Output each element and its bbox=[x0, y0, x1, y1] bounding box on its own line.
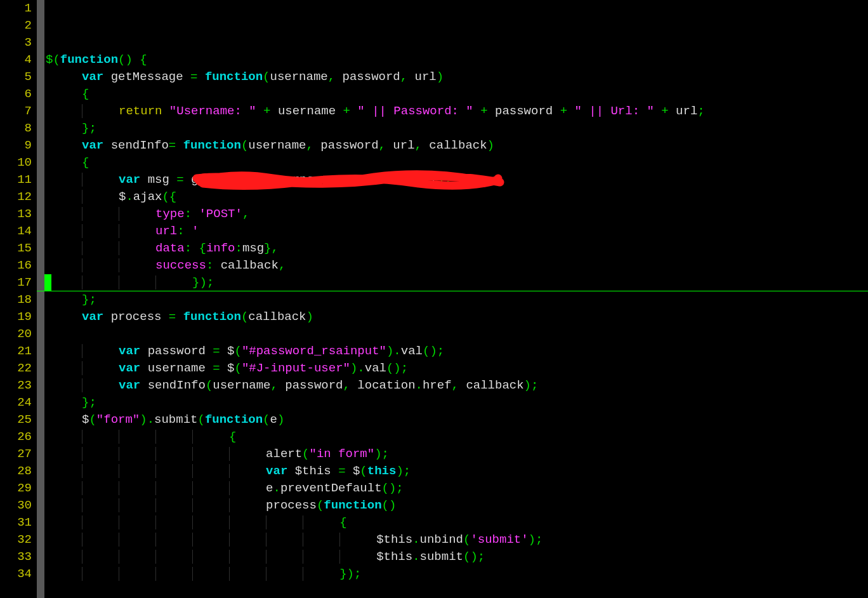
code-line[interactable]: alert("in form"); bbox=[46, 446, 868, 463]
code-line[interactable]: var sendInfo= function(username, passwor… bbox=[46, 137, 868, 154]
line-number: 23 bbox=[0, 377, 32, 394]
code-line[interactable]: }); bbox=[46, 274, 868, 291]
code-line[interactable]: return "Username: " + username + " || Pa… bbox=[46, 103, 868, 120]
code-line[interactable]: type: 'POST', bbox=[46, 206, 868, 223]
code-line[interactable]: var password = $("#password_rsainput").v… bbox=[46, 343, 868, 360]
line-number: 28 bbox=[0, 463, 32, 480]
line-number: 1 bbox=[0, 0, 32, 17]
code-line[interactable]: var $this = $(this); bbox=[46, 463, 868, 480]
code-line[interactable]: $this.submit(); bbox=[46, 548, 868, 566]
code-line[interactable]: { bbox=[46, 154, 868, 171]
code-line[interactable] bbox=[46, 583, 868, 598]
code-line[interactable]: $this.unbind('submit'); bbox=[46, 531, 868, 548]
code-line[interactable]: var msg = getMessage(username, password,… bbox=[46, 171, 868, 189]
line-number: 30 bbox=[0, 497, 32, 514]
line-number: 34 bbox=[0, 566, 32, 583]
code-line[interactable]: var sendInfo(username, password, locatio… bbox=[46, 377, 868, 394]
line-number: 21 bbox=[0, 343, 32, 360]
code-line[interactable]: var getMessage = function(username, pass… bbox=[46, 69, 868, 86]
line-number: 20 bbox=[0, 326, 32, 343]
line-number: 17 bbox=[0, 274, 32, 291]
code-line[interactable]: $(function() { bbox=[46, 51, 868, 69]
line-number: 29 bbox=[0, 480, 32, 497]
code-line[interactable] bbox=[46, 326, 868, 343]
code-line[interactable]: data: {info:msg}, bbox=[46, 240, 868, 257]
line-number: 24 bbox=[0, 394, 32, 411]
code-line[interactable]: { bbox=[46, 429, 868, 446]
code-line[interactable]: url: ' bbox=[46, 223, 868, 240]
line-number-gutter: 1234567891011121314151617181920212223242… bbox=[0, 0, 37, 598]
line-number: 26 bbox=[0, 429, 32, 446]
code-line[interactable]: }); bbox=[46, 566, 868, 583]
line-number: 2 bbox=[0, 17, 32, 34]
line-number: 16 bbox=[0, 257, 32, 274]
line-number: 25 bbox=[0, 411, 32, 429]
line-number: 22 bbox=[0, 360, 32, 377]
code-content[interactable]: $(function() { var getMessage = function… bbox=[37, 51, 868, 598]
line-number: 33 bbox=[0, 548, 32, 566]
code-line[interactable]: }; bbox=[46, 120, 868, 137]
line-number: 6 bbox=[0, 86, 32, 103]
code-line[interactable]: { bbox=[46, 86, 868, 103]
code-line[interactable]: success: callback, bbox=[46, 257, 868, 274]
line-number: 32 bbox=[0, 531, 32, 548]
line-number: 10 bbox=[0, 154, 32, 171]
line-number: 4 bbox=[0, 51, 32, 69]
code-line[interactable]: var username = $("#J-input-user").val(); bbox=[46, 360, 868, 377]
line-number: 3 bbox=[0, 34, 32, 51]
line-number: 8 bbox=[0, 120, 32, 137]
code-editor[interactable]: 1234567891011121314151617181920212223242… bbox=[0, 0, 868, 598]
code-area[interactable]: $(function() { var getMessage = function… bbox=[37, 0, 868, 598]
line-number: 9 bbox=[0, 137, 32, 154]
line-number: 12 bbox=[0, 189, 32, 206]
fold-column bbox=[37, 0, 44, 598]
code-line[interactable]: process(function() bbox=[46, 497, 868, 514]
line-number: 11 bbox=[0, 171, 32, 189]
code-line[interactable]: $("form").submit(function(e) bbox=[46, 411, 868, 429]
line-number: 5 bbox=[0, 69, 32, 86]
code-line[interactable]: e.preventDefault(); bbox=[46, 480, 868, 497]
line-number: 31 bbox=[0, 514, 32, 531]
code-line[interactable]: var process = function(callback) bbox=[46, 309, 868, 326]
code-line[interactable]: }; bbox=[46, 394, 868, 411]
line-number: 7 bbox=[0, 103, 32, 120]
line-number: 18 bbox=[0, 291, 32, 309]
line-number: 27 bbox=[0, 446, 32, 463]
code-line[interactable]: }; bbox=[46, 291, 868, 309]
code-line[interactable]: $.ajax({ bbox=[46, 189, 868, 206]
line-number: 19 bbox=[0, 309, 32, 326]
line-number: 13 bbox=[0, 206, 32, 223]
line-number: 14 bbox=[0, 223, 32, 240]
cursor-block bbox=[44, 274, 51, 291]
code-line[interactable]: { bbox=[46, 514, 868, 531]
line-number: 15 bbox=[0, 240, 32, 257]
